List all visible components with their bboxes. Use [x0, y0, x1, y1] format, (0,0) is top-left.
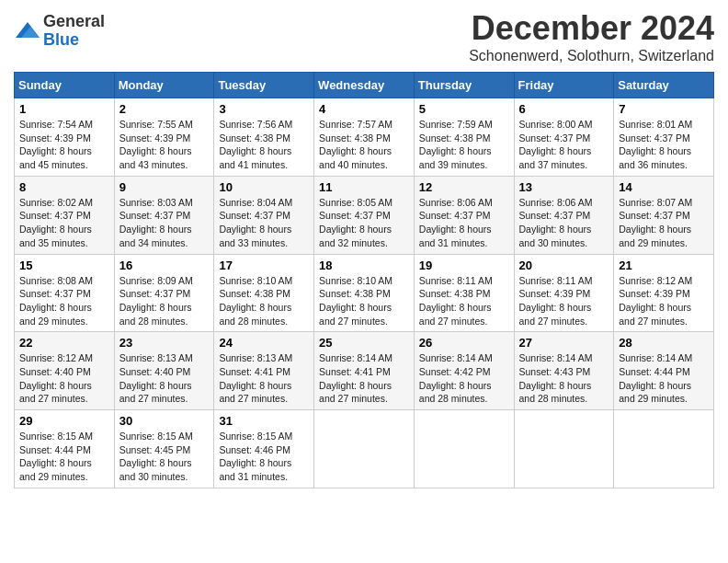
- calendar-cell: 5 Sunrise: 7:59 AM Sunset: 4:38 PM Dayli…: [414, 98, 514, 177]
- calendar-cell: 7 Sunrise: 8:01 AM Sunset: 4:37 PM Dayli…: [614, 98, 714, 177]
- sunset-label: Sunset: 4:45 PM: [119, 444, 191, 455]
- calendar-cell: 19 Sunrise: 8:11 AM Sunset: 4:38 PM Dayl…: [414, 254, 514, 332]
- sunrise-label: Sunrise: 8:04 AM: [219, 197, 292, 208]
- calendar-cell: 11 Sunrise: 8:05 AM Sunset: 4:37 PM Dayl…: [314, 176, 415, 254]
- daylight-label: Daylight: 8 hours and 33 minutes.: [219, 224, 291, 248]
- weekday-header-tuesday: Tuesday: [214, 73, 314, 98]
- sunset-label: Sunset: 4:41 PM: [319, 366, 391, 377]
- day-number: 12: [419, 180, 509, 194]
- day-number: 5: [419, 102, 509, 116]
- daylight-label: Daylight: 8 hours and 41 minutes.: [219, 145, 291, 170]
- sunrise-label: Sunrise: 8:12 AM: [619, 275, 692, 286]
- day-info: Sunrise: 8:14 AM Sunset: 4:41 PM Dayligh…: [319, 351, 409, 406]
- day-info: Sunrise: 8:07 AM Sunset: 4:37 PM Dayligh…: [619, 196, 709, 250]
- sunset-label: Sunset: 4:37 PM: [119, 210, 191, 221]
- daylight-label: Daylight: 8 hours and 28 minutes.: [519, 380, 592, 405]
- calendar-cell: 16 Sunrise: 8:09 AM Sunset: 4:37 PM Dayl…: [114, 254, 214, 332]
- daylight-label: Daylight: 8 hours and 31 minutes.: [419, 224, 492, 248]
- day-info: Sunrise: 8:14 AM Sunset: 4:42 PM Dayligh…: [419, 351, 509, 406]
- sunset-label: Sunset: 4:42 PM: [419, 366, 491, 377]
- calendar-cell: [514, 410, 614, 488]
- daylight-label: Daylight: 8 hours and 37 minutes.: [519, 145, 592, 170]
- calendar-cell: 23 Sunrise: 8:13 AM Sunset: 4:40 PM Dayl…: [114, 332, 214, 410]
- day-info: Sunrise: 8:10 AM Sunset: 4:38 PM Dayligh…: [319, 274, 409, 328]
- sunrise-label: Sunrise: 7:54 AM: [19, 119, 93, 130]
- daylight-label: Daylight: 8 hours and 29 minutes.: [619, 380, 691, 405]
- daylight-label: Daylight: 8 hours and 34 minutes.: [119, 224, 192, 248]
- calendar-cell: 28 Sunrise: 8:14 AM Sunset: 4:44 PM Dayl…: [614, 332, 714, 410]
- day-number: 1: [19, 102, 109, 116]
- day-info: Sunrise: 7:57 AM Sunset: 4:38 PM Dayligh…: [319, 118, 409, 172]
- daylight-label: Daylight: 8 hours and 40 minutes.: [319, 145, 392, 170]
- header: General Blue December 2024 Schonenwerd, …: [14, 9, 714, 64]
- day-number: 11: [319, 180, 409, 194]
- calendar-cell: [314, 410, 415, 488]
- day-number: 24: [219, 336, 309, 350]
- weekday-header-saturday: Saturday: [614, 73, 714, 98]
- calendar-cell: 14 Sunrise: 8:07 AM Sunset: 4:37 PM Dayl…: [614, 176, 714, 254]
- calendar-cell: 10 Sunrise: 8:04 AM Sunset: 4:37 PM Dayl…: [214, 176, 314, 254]
- calendar-cell: 31 Sunrise: 8:15 AM Sunset: 4:46 PM Dayl…: [214, 410, 314, 488]
- sunrise-label: Sunrise: 8:11 AM: [419, 275, 493, 286]
- day-info: Sunrise: 7:56 AM Sunset: 4:38 PM Dayligh…: [219, 118, 309, 172]
- sunset-label: Sunset: 4:37 PM: [519, 210, 591, 221]
- sunrise-label: Sunrise: 8:14 AM: [419, 352, 493, 363]
- daylight-label: Daylight: 8 hours and 27 minutes.: [219, 380, 291, 405]
- sunrise-label: Sunrise: 7:55 AM: [119, 119, 193, 130]
- daylight-label: Daylight: 8 hours and 28 minutes.: [219, 302, 291, 327]
- sunset-label: Sunset: 4:37 PM: [519, 132, 591, 144]
- day-info: Sunrise: 8:14 AM Sunset: 4:43 PM Dayligh…: [519, 351, 609, 406]
- sunset-label: Sunset: 4:38 PM: [219, 288, 290, 299]
- day-number: 15: [19, 259, 109, 272]
- sunrise-label: Sunrise: 7:59 AM: [419, 119, 493, 130]
- sunset-label: Sunset: 4:39 PM: [119, 132, 191, 144]
- day-number: 20: [519, 259, 609, 272]
- sunrise-label: Sunrise: 8:10 AM: [219, 275, 292, 286]
- day-number: 31: [219, 414, 309, 428]
- sunrise-label: Sunrise: 8:09 AM: [119, 275, 193, 286]
- weekday-header-row: SundayMondayTuesdayWednesdayThursdayFrid…: [15, 73, 714, 98]
- day-number: 23: [119, 336, 210, 350]
- sunrise-label: Sunrise: 7:56 AM: [219, 119, 292, 130]
- day-number: 18: [319, 259, 409, 272]
- sunrise-label: Sunrise: 8:12 AM: [19, 352, 93, 363]
- day-number: 13: [519, 180, 609, 194]
- day-info: Sunrise: 8:15 AM Sunset: 4:45 PM Dayligh…: [119, 430, 210, 484]
- calendar-cell: [414, 410, 514, 488]
- sunrise-label: Sunrise: 8:13 AM: [219, 352, 292, 363]
- day-number: 6: [519, 102, 609, 116]
- daylight-label: Daylight: 8 hours and 36 minutes.: [619, 145, 691, 170]
- daylight-label: Daylight: 8 hours and 43 minutes.: [119, 145, 192, 170]
- sunrise-label: Sunrise: 8:15 AM: [119, 431, 193, 442]
- daylight-label: Daylight: 8 hours and 27 minutes.: [619, 302, 691, 327]
- daylight-label: Daylight: 8 hours and 29 minutes.: [19, 457, 92, 482]
- day-info: Sunrise: 8:05 AM Sunset: 4:37 PM Dayligh…: [319, 196, 409, 250]
- daylight-label: Daylight: 8 hours and 27 minutes.: [319, 380, 392, 405]
- sunrise-label: Sunrise: 8:08 AM: [19, 275, 93, 286]
- daylight-label: Daylight: 8 hours and 27 minutes.: [519, 302, 592, 327]
- calendar-cell: 3 Sunrise: 7:56 AM Sunset: 4:38 PM Dayli…: [214, 98, 314, 177]
- calendar-cell: 9 Sunrise: 8:03 AM Sunset: 4:37 PM Dayli…: [114, 176, 214, 254]
- daylight-label: Daylight: 8 hours and 29 minutes.: [619, 224, 691, 248]
- daylight-label: Daylight: 8 hours and 28 minutes.: [419, 380, 492, 405]
- calendar-cell: 15 Sunrise: 8:08 AM Sunset: 4:37 PM Dayl…: [15, 254, 115, 332]
- daylight-label: Daylight: 8 hours and 32 minutes.: [319, 224, 392, 248]
- day-number: 26: [419, 336, 509, 350]
- day-number: 22: [19, 336, 109, 350]
- day-number: 14: [619, 180, 709, 194]
- sunset-label: Sunset: 4:39 PM: [619, 288, 690, 299]
- day-number: 3: [219, 102, 309, 116]
- sunset-label: Sunset: 4:44 PM: [19, 444, 91, 455]
- day-info: Sunrise: 8:06 AM Sunset: 4:37 PM Dayligh…: [519, 196, 609, 250]
- sunrise-label: Sunrise: 8:15 AM: [19, 431, 93, 442]
- calendar-cell: 6 Sunrise: 8:00 AM Sunset: 4:37 PM Dayli…: [514, 98, 614, 177]
- sunrise-label: Sunrise: 8:06 AM: [519, 197, 593, 208]
- day-info: Sunrise: 8:08 AM Sunset: 4:37 PM Dayligh…: [19, 274, 109, 328]
- day-number: 9: [119, 180, 210, 194]
- day-info: Sunrise: 8:15 AM Sunset: 4:44 PM Dayligh…: [19, 430, 109, 484]
- day-number: 21: [619, 259, 709, 272]
- sunset-label: Sunset: 4:37 PM: [19, 210, 91, 221]
- daylight-label: Daylight: 8 hours and 27 minutes.: [319, 302, 392, 327]
- sunset-label: Sunset: 4:38 PM: [419, 288, 491, 299]
- sunset-label: Sunset: 4:44 PM: [619, 366, 690, 377]
